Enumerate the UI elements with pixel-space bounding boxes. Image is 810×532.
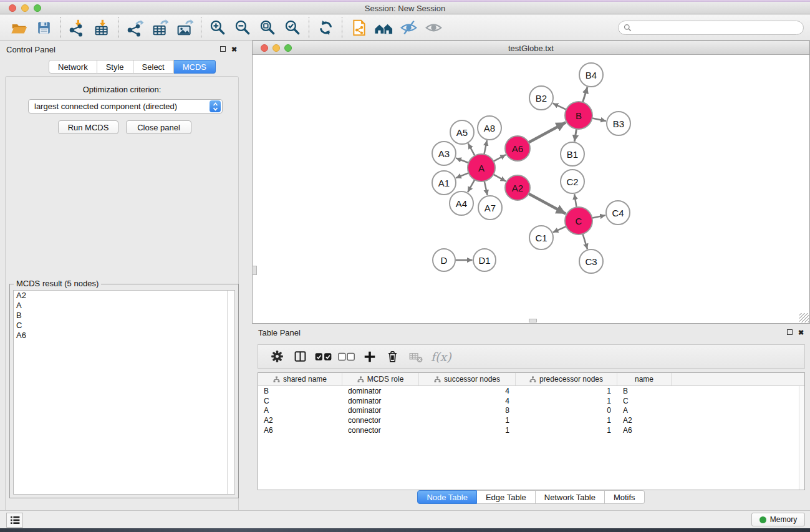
create-new-column-button[interactable] bbox=[358, 347, 381, 367]
export-network-button[interactable] bbox=[122, 17, 147, 38]
task-history-button[interactable] bbox=[6, 513, 23, 528]
graph-edge-A-A4[interactable] bbox=[468, 179, 475, 192]
table-cell[interactable]: 4 bbox=[419, 397, 516, 405]
table-cell[interactable]: dominator bbox=[342, 387, 419, 395]
dropdown-stepper-icon[interactable] bbox=[210, 100, 221, 112]
criterion-dropdown[interactable]: largest connected component (directed) bbox=[28, 99, 223, 114]
table-cell[interactable]: A6 bbox=[258, 426, 342, 435]
network-graph[interactable]: AA1A3A4A5A7A8A6A2BB1B2B3B4CC1C2C3C4DD1 bbox=[253, 55, 809, 323]
graph-node-B2[interactable]: B2 bbox=[529, 86, 553, 110]
import-table-from-file-button[interactable] bbox=[89, 17, 114, 38]
table-cell[interactable]: A bbox=[617, 406, 672, 415]
table-scrollbar[interactable] bbox=[799, 386, 804, 490]
hide-selected-button[interactable] bbox=[396, 17, 421, 38]
graph-node-A3[interactable]: A3 bbox=[432, 142, 456, 165]
graph-edge-A-A1[interactable] bbox=[456, 173, 469, 178]
graph-node-B4[interactable]: B4 bbox=[579, 63, 603, 87]
run-mcds-button[interactable]: Run MCDS bbox=[58, 120, 118, 134]
graph-node-A8[interactable]: A8 bbox=[478, 116, 501, 140]
save-session-button[interactable] bbox=[31, 17, 56, 38]
graph-node-B[interactable]: B bbox=[565, 102, 592, 129]
graph-node-B1[interactable]: B1 bbox=[561, 142, 584, 166]
graph-edge-A2-C[interactable] bbox=[528, 193, 566, 214]
mcds-result-item[interactable]: A6 bbox=[14, 331, 234, 341]
zoom-fit-content-button[interactable] bbox=[255, 17, 280, 38]
export-table-button[interactable] bbox=[147, 17, 172, 38]
zoom-selected-button[interactable] bbox=[280, 17, 305, 38]
table-cell[interactable]: C bbox=[258, 397, 342, 405]
graph-edge-A-A8[interactable] bbox=[484, 140, 487, 155]
zoom-out-button[interactable] bbox=[230, 17, 255, 38]
graph-edge-A-A3[interactable] bbox=[456, 158, 469, 163]
tab-mcds[interactable]: MCDS bbox=[174, 60, 216, 74]
table-cell[interactable]: 1 bbox=[516, 387, 617, 395]
table-row[interactable]: A6connector11A6 bbox=[258, 425, 804, 435]
graph-node-A1[interactable]: A1 bbox=[432, 171, 456, 195]
graph-node-C2[interactable]: C2 bbox=[561, 170, 584, 193]
column-header[interactable]: successor nodes bbox=[419, 373, 516, 385]
table-cell[interactable]: 8 bbox=[419, 406, 516, 415]
first-neighbors-button[interactable] bbox=[371, 17, 396, 38]
graph-node-B3[interactable]: B3 bbox=[607, 112, 630, 135]
list-scrollbar[interactable] bbox=[227, 291, 234, 494]
graph-edge-A-A5[interactable] bbox=[468, 143, 475, 157]
tab-motifs[interactable]: Motifs bbox=[605, 490, 645, 504]
float-table-panel-icon[interactable] bbox=[786, 329, 794, 337]
graph-edge-A-A6[interactable] bbox=[493, 155, 506, 162]
delete-columns-button[interactable] bbox=[381, 347, 404, 367]
table-cell[interactable]: B bbox=[258, 387, 342, 395]
graph-node-A7[interactable]: A7 bbox=[478, 196, 502, 220]
graph-edge-C-C4[interactable] bbox=[592, 215, 605, 218]
column-header[interactable]: shared name bbox=[258, 373, 342, 385]
graph-node-C1[interactable]: C1 bbox=[529, 226, 553, 249]
tab-network-table[interactable]: Network Table bbox=[536, 490, 605, 504]
search-input[interactable] bbox=[635, 24, 803, 32]
graph-node-C3[interactable]: C3 bbox=[579, 249, 603, 273]
table-cell[interactable]: 1 bbox=[516, 397, 617, 405]
window-resize-grip[interactable] bbox=[799, 313, 809, 322]
table-options-button[interactable] bbox=[266, 347, 289, 367]
graph-node-C[interactable]: C bbox=[565, 207, 592, 235]
tab-network[interactable]: Network bbox=[49, 60, 97, 74]
column-header[interactable]: MCDS role bbox=[342, 373, 419, 385]
graph-node-C4[interactable]: C4 bbox=[606, 201, 630, 225]
mcds-result-item[interactable]: B bbox=[14, 311, 234, 321]
table-cell[interactable]: 1 bbox=[516, 426, 617, 435]
import-network-from-file-button[interactable] bbox=[64, 17, 89, 38]
left-splitter-handle[interactable] bbox=[252, 266, 257, 275]
graph-edge-A-A7[interactable] bbox=[484, 181, 487, 195]
table-cell[interactable]: 1 bbox=[419, 426, 516, 435]
graph-edge-B-B3[interactable] bbox=[592, 118, 606, 121]
table-cell[interactable]: 4 bbox=[419, 387, 516, 395]
graph-node-A5[interactable]: A5 bbox=[450, 120, 474, 144]
close-panel-icon[interactable]: ✖ bbox=[230, 46, 238, 54]
table-row[interactable]: Adominator80A bbox=[258, 406, 804, 416]
graph-edge-B-B4[interactable] bbox=[582, 87, 587, 103]
graph-node-A2[interactable]: A2 bbox=[505, 175, 530, 200]
open-session-button[interactable] bbox=[6, 17, 31, 38]
graph-edge-B-B2[interactable] bbox=[553, 104, 567, 110]
graph-edge-C-C1[interactable] bbox=[553, 226, 567, 233]
table-cell[interactable]: B bbox=[617, 387, 672, 395]
unselect-all-columns-button[interactable] bbox=[335, 347, 358, 367]
table-cell[interactable]: A bbox=[258, 406, 342, 415]
graph-node-A6[interactable]: A6 bbox=[505, 136, 530, 161]
tab-style[interactable]: Style bbox=[97, 60, 133, 74]
close-panel-button[interactable]: Close panel bbox=[126, 120, 191, 134]
float-panel-icon[interactable] bbox=[219, 46, 227, 54]
table-cell[interactable]: connector bbox=[342, 426, 419, 435]
search-field[interactable] bbox=[618, 21, 804, 35]
graph-node-D1[interactable]: D1 bbox=[473, 249, 496, 271]
new-network-from-selection-button[interactable] bbox=[346, 17, 371, 38]
show-all-button[interactable] bbox=[421, 17, 446, 38]
graph-node-A[interactable]: A bbox=[468, 154, 495, 181]
table-cell[interactable]: connector bbox=[342, 416, 419, 425]
table-cell[interactable]: dominator bbox=[342, 397, 419, 405]
network-canvas[interactable]: AA1A3A4A5A7A8A6A2BB1B2B3B4CC1C2C3C4DD1 bbox=[253, 55, 809, 323]
graph-edge-A-A2[interactable] bbox=[493, 174, 506, 181]
column-header[interactable]: name bbox=[617, 373, 672, 385]
table-row[interactable]: Bdominator41B bbox=[258, 386, 804, 396]
show-column-browser-button[interactable] bbox=[289, 347, 312, 367]
graph-node-D[interactable]: D bbox=[433, 249, 455, 271]
export-image-button[interactable] bbox=[172, 17, 197, 38]
